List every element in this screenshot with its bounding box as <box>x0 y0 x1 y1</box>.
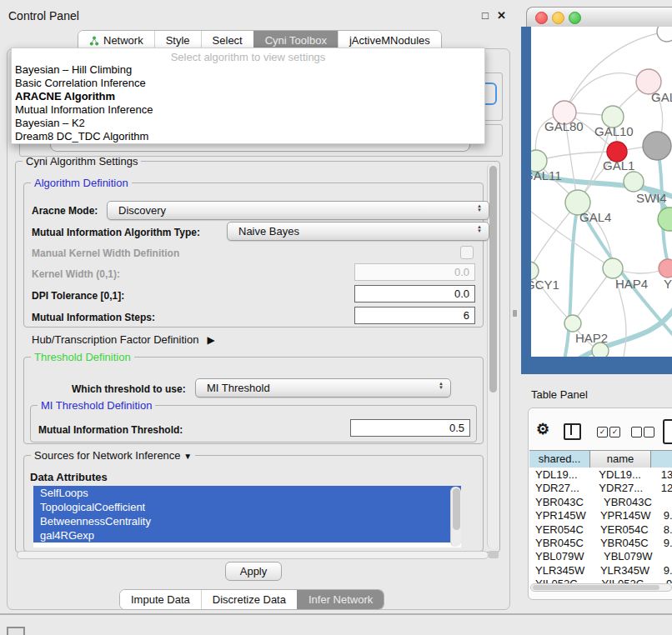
table-row[interactable]: YDL19...YDL19...13 <box>529 468 672 482</box>
tab-infer-network[interactable]: Infer Network <box>297 590 384 609</box>
dpi-tolerance-label: DPI Tolerance [0,1]: <box>32 290 124 302</box>
mi-threshold-input[interactable]: 0.5 <box>350 419 470 437</box>
app-root: { "control_panel": { "title": "Control P… <box>0 0 672 635</box>
table-cell: YPR145W <box>593 509 658 522</box>
mi-steps-input[interactable]: 6 <box>354 307 475 324</box>
network-node[interactable] <box>658 208 672 231</box>
attributes-scrollbar[interactable] <box>450 487 461 547</box>
data-attribute-item[interactable]: SelfLoops <box>33 486 461 500</box>
minimize-window-icon[interactable] <box>552 12 564 24</box>
table-row[interactable]: YLR345WYLR345W9. <box>529 564 672 578</box>
table-cell: 13 <box>655 468 672 482</box>
panel-splitter-handle[interactable] <box>513 310 517 317</box>
column-header-partial[interactable] <box>651 451 672 468</box>
table-row[interactable]: YDR27...YDR27...12 <box>529 482 672 495</box>
document-icon[interactable] <box>663 419 672 444</box>
table-row[interactable]: YBL079WYBL079W <box>529 550 672 563</box>
algorithm-option[interactable]: Basic Correlation Inference <box>15 77 146 90</box>
network-node-label: HAP4 <box>615 277 648 291</box>
checked-checkbox-icon[interactable]: ✓ <box>609 427 620 438</box>
table-cell <box>664 496 670 509</box>
table-row[interactable]: YBR043CYBR043C <box>529 496 672 509</box>
table-cell: 12 <box>655 482 672 495</box>
bottom-tabbar: Impute Data Discretize Data Infer Networ… <box>119 589 384 610</box>
float-window-icon[interactable]: □ <box>482 9 489 22</box>
table-cell: YBL079W <box>529 550 596 563</box>
network-node-swi4[interactable] <box>624 172 644 192</box>
table-cell: YLR345W <box>529 564 593 578</box>
network-node[interactable] <box>643 132 671 160</box>
algorithm-option[interactable]: Mutual Information Inference <box>15 103 153 117</box>
table-settings-gear-icon[interactable]: ⚙ <box>536 420 549 438</box>
which-threshold-select[interactable]: MI Threshold ▲▼ <box>195 378 451 398</box>
network-node-label: GAL10 <box>594 124 634 138</box>
attributes-scrollbar-thumb[interactable] <box>453 488 460 530</box>
data-attributes-list[interactable]: SelfLoopsTopologicalCoefficientBetweenne… <box>33 486 461 548</box>
tab-infer-network-label: Infer Network <box>308 590 373 609</box>
network-node-label: GAL80 <box>544 119 584 133</box>
table-cell: YDR27... <box>529 482 591 495</box>
tab-impute-data[interactable]: Impute Data <box>120 590 201 609</box>
algorithm-option[interactable]: Dream8 DC_TDC Algorithm <box>15 130 148 143</box>
algorithm-option[interactable]: ARACNE Algorithm <box>15 90 115 103</box>
algorithm-option[interactable]: Bayesian – K2 <box>15 117 85 130</box>
hub-definition-expander[interactable]: Hub/Transcription Factor Definition▶ <box>32 333 215 346</box>
settings-scrollbar[interactable] <box>487 163 499 548</box>
unchecked-checkbox-icon[interactable] <box>644 427 654 438</box>
mi-type-label: Mutual Information Algorithm Type: <box>32 227 200 238</box>
settings-scrollbar-thumb[interactable] <box>489 166 497 392</box>
settings-hscrollbar[interactable] <box>17 551 489 559</box>
sources-title-text: Sources for Network Inference <box>34 449 181 462</box>
network-canvas[interactable]: GALGAL80GAL10GAL1GAL11SWI4GAL4GCY1HAP4YH… <box>531 27 672 357</box>
table-cell: YER054C <box>593 523 658 537</box>
cyni-algorithm-settings-title: Cyni Algorithm Settings <box>23 155 141 168</box>
which-threshold-value: MI Threshold <box>207 382 270 394</box>
column-header-shared-name[interactable]: shared... <box>529 451 590 468</box>
network-node-label: GAL <box>651 90 672 104</box>
sources-group-title[interactable]: Sources for Network Inference ▼ <box>31 449 195 462</box>
table-row[interactable]: YER054CYER054C8. <box>529 523 672 537</box>
split-columns-icon[interactable] <box>564 423 581 440</box>
kernel-width-input[interactable]: 0.0 <box>354 263 475 281</box>
table-hscrollbar-thumb[interactable] <box>533 585 659 590</box>
mi-type-select[interactable]: Naive Bayes ▲▼ <box>227 222 489 241</box>
checked-checkbox-icon[interactable]: ✓ <box>597 427 608 438</box>
table-row[interactable]: YBR045CYBR045C9. <box>529 537 672 550</box>
table-row[interactable]: YIL052CYIL052C9 <box>529 578 672 583</box>
data-attribute-item[interactable]: BetweennessCentrality <box>33 514 461 528</box>
aracne-mode-label: Aracne Mode: <box>32 205 98 217</box>
network-view-frame: GALGAL80GAL10GAL1GAL11SWI4GAL4GCY1HAP4YH… <box>521 27 672 374</box>
tab-discretize-data[interactable]: Discretize Data <box>201 590 297 609</box>
network-node-hap2[interactable] <box>564 315 581 332</box>
unchecked-checkbox-icon[interactable] <box>631 427 642 438</box>
manual-kernel-checkbox[interactable] <box>460 246 474 259</box>
network-window-titlebar[interactable] <box>526 7 672 28</box>
tab-discretize-data-label: Discretize Data <box>213 590 286 609</box>
collapse-arrow-icon: ▼ <box>183 452 192 461</box>
network-node-y[interactable] <box>659 259 672 278</box>
algorithm-option[interactable]: Bayesian – Hill Climbing <box>15 63 132 77</box>
hub-definition-label: Hub/Transcription Factor Definition <box>32 333 198 346</box>
table-hscrollbar[interactable] <box>530 583 672 592</box>
close-window-icon[interactable] <box>535 12 548 24</box>
which-threshold-label: Which threshold to use: <box>72 383 186 395</box>
table-panel-title: Table Panel <box>531 388 588 401</box>
column-header-name[interactable]: name <box>590 451 651 468</box>
mi-threshold-group-title: MI Threshold Definition <box>38 399 155 412</box>
dpi-tolerance-input[interactable]: 0.0 <box>354 285 475 302</box>
data-attribute-item[interactable]: gal4RGexp <box>33 528 461 542</box>
close-panel-icon[interactable]: ✕ <box>497 9 506 22</box>
network-node[interactable] <box>657 27 672 42</box>
network-node-hap4[interactable] <box>603 258 623 278</box>
table-body[interactable]: YDL19...YDL19...13YDR27...YDR27...12YBR0… <box>529 468 672 583</box>
bottom-left-widget[interactable] <box>7 627 25 635</box>
zoom-window-icon[interactable] <box>569 12 581 24</box>
control-panel-title: Control Panel <box>8 9 79 22</box>
table-cell: 9. <box>658 537 672 550</box>
aracne-mode-select[interactable]: Discovery ▲▼ <box>107 201 489 220</box>
table-cell: YDL19... <box>529 468 591 482</box>
kernel-width-label: Kernel Width (0,1): <box>32 268 120 280</box>
table-row[interactable]: YPR145WYPR145W9. <box>529 509 672 522</box>
apply-button[interactable]: Apply <box>225 562 282 581</box>
data-attribute-item[interactable]: TopologicalCoefficient <box>33 500 461 514</box>
